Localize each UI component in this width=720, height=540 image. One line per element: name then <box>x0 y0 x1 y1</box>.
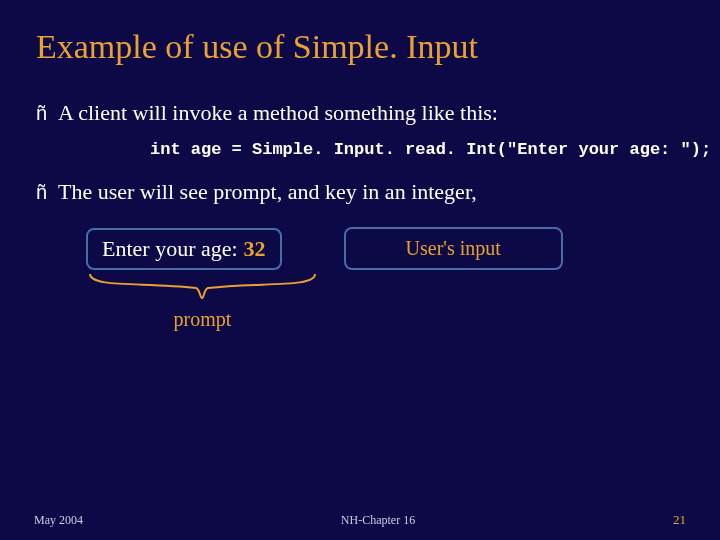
code-snippet: int age = Simple. Input. read. Int("Ente… <box>150 140 684 159</box>
footer-date: May 2004 <box>34 513 83 528</box>
prompt-box: Enter your age: 32 <box>86 228 282 270</box>
footer-chapter: NH-Chapter 16 <box>341 513 415 528</box>
user-value: 32 <box>244 236 266 262</box>
bullet-glyph-icon: ñ <box>36 181 58 204</box>
user-input-label-box: User's input <box>344 227 563 270</box>
prompt-label: prompt <box>86 308 319 331</box>
bullet-glyph-icon: ñ <box>36 102 58 125</box>
bullet-item: ñ The user will see prompt, and key in a… <box>36 179 684 205</box>
example-row: Enter your age: 32 User's input <box>86 227 684 270</box>
footer: May 2004 NH-Chapter 16 21 <box>0 512 720 528</box>
slide: Example of use of Simple. Input ñ A clie… <box>0 0 720 540</box>
footer-page-number: 21 <box>673 512 686 528</box>
user-input-label: User's input <box>406 237 501 259</box>
curly-brace-icon <box>86 270 319 302</box>
bullet-text: The user will see prompt, and key in an … <box>58 179 477 205</box>
slide-title: Example of use of Simple. Input <box>36 28 684 66</box>
prompt-text: Enter your age: <box>102 236 238 262</box>
bullet-item: ñ A client will invoke a method somethin… <box>36 100 684 126</box>
bullet-text: A client will invoke a method something … <box>58 100 498 126</box>
brace-annotation: prompt <box>86 270 319 331</box>
